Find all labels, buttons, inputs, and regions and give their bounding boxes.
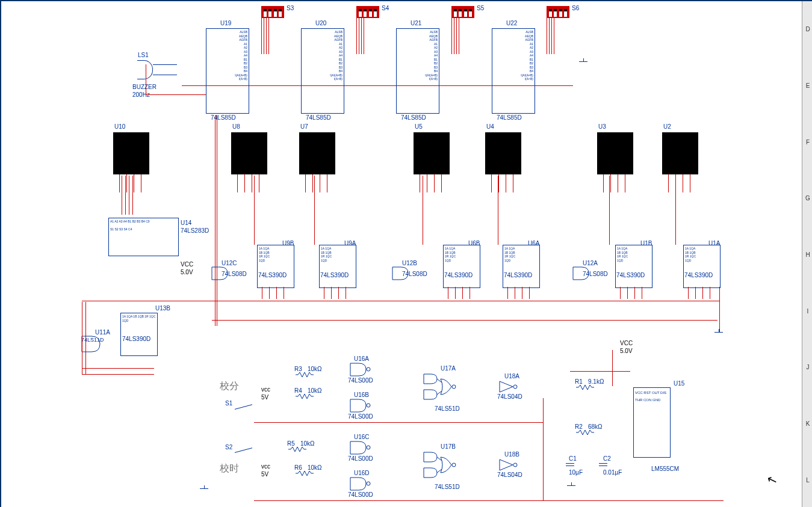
resistor-value: 68kΩ [588, 423, 603, 430]
comparator-id: U22 [506, 20, 517, 26]
vcc-label: VCC [181, 261, 193, 268]
seven-segment-display[interactable] [662, 132, 698, 174]
nand-gate-part: 74LS00D [348, 455, 373, 462]
nand-gate-part: 74LS00D [348, 377, 373, 384]
u15-body[interactable]: VCC RST OUT DIS THR CON GND [633, 387, 671, 458]
inverter-part: 74LS04D [497, 472, 522, 478]
buzzer-symbol[interactable] [137, 60, 153, 79]
u13b-body[interactable]: 1A 1QA 1B 1QB 1R 1QC 1QD [120, 313, 158, 356]
resistor-id: R1 [575, 378, 583, 385]
dip-switch[interactable] [547, 6, 569, 18]
resistor-symbol[interactable] [296, 394, 314, 399]
inverter-id: U18B [504, 451, 519, 458]
and-gate-part: 74LS08D [583, 271, 608, 277]
and-gate-part: 74LS08D [222, 271, 247, 277]
seven-segment-display[interactable] [485, 132, 521, 174]
s2-id: S2 [225, 444, 232, 450]
counter-body[interactable]: 1A 1QA1B 1QB1R 1QC 1QD [443, 245, 480, 288]
svg-point-4 [452, 385, 456, 389]
s2-symbol[interactable] [235, 447, 252, 453]
seven-segment-display[interactable] [414, 132, 450, 174]
seven-segment-display[interactable] [597, 132, 633, 174]
u11a-part: 74LS11D [81, 337, 104, 343]
nand-gate-id: U16D [354, 470, 370, 476]
counter-body[interactable]: 1A 1QA1B 1QB1R 1QC 1QD [257, 245, 294, 288]
mouse-cursor-icon: ↖ [764, 472, 779, 488]
c2-id: C2 [603, 455, 611, 462]
inverter-gate[interactable] [498, 380, 522, 395]
counter-body[interactable]: 1A 1QA1B 1QB1R 1QC 1QD [615, 245, 652, 288]
dip-switch[interactable] [356, 6, 379, 18]
dip-switch[interactable] [451, 6, 474, 18]
buzzer-part: BUZZER [132, 84, 157, 90]
gnd-icon [579, 58, 587, 64]
seven-segment-display[interactable] [113, 132, 149, 174]
aoi-gate-part: 74LS51D [435, 405, 460, 412]
display-id: U7 [300, 123, 308, 130]
counter-part: 74LS390D [444, 272, 473, 278]
svg-point-0 [367, 367, 370, 371]
s1-symbol[interactable] [235, 404, 252, 410]
c1-symbol[interactable] [566, 463, 574, 464]
nand-gate[interactable] [349, 398, 367, 413]
resistor-id: R6 [294, 464, 302, 471]
vcc-label: vcc [261, 386, 270, 393]
resistor-symbol[interactable] [296, 372, 314, 377]
counter-body[interactable]: 1A 1QA1B 1QB1R 1QC 1QD [319, 245, 356, 288]
dip-switch-id: S5 [477, 5, 484, 11]
s1-id: S1 [225, 400, 232, 407]
comparator-body[interactable]: ALSBAEQBAGFBA1A2A3A4B1B2B3B4I(AI(A=B)I(A… [396, 28, 439, 114]
u13b-part: 74LS390D [122, 336, 150, 342]
label-jiaofen: 校分 [220, 380, 239, 393]
resistor-id: R5 [287, 440, 295, 447]
comparator-id: U21 [411, 20, 421, 26]
and-gate-part: 74LS08D [402, 271, 427, 277]
c2-symbol[interactable] [599, 463, 607, 464]
comparator-body[interactable]: ALSBAEQBAGFBA1A2A3A4B1B2B3B4I(AI(A=B)I(A… [492, 28, 535, 114]
nand-gate[interactable] [349, 476, 367, 491]
aoi-gate[interactable] [423, 451, 477, 482]
counter-part: 74LS390D [504, 272, 532, 278]
counter-part: 74LS390D [320, 272, 349, 278]
inverter-id: U18A [504, 373, 519, 379]
comparator-body[interactable]: ALSBAEQBAGFBA1A2A3A4B1B2B3B4I(AI(A=B)I(A… [206, 28, 249, 114]
vcc-value: 5V [261, 471, 268, 478]
counter-part: 74LS390D [684, 272, 713, 278]
schematic-canvas[interactable]: DEF GHI JKL LS1 BUZZER 200Hz U14 74LS283… [0, 0, 812, 507]
vcc-label: vcc [261, 463, 270, 470]
resistor-id: R4 [294, 387, 302, 394]
aoi-gate[interactable] [423, 373, 477, 404]
counter-body[interactable]: 1A 1QA1B 1QB1R 1QC 1QD [503, 245, 540, 288]
resistor-id: R3 [294, 366, 302, 372]
comparator-part: 74LS85D [497, 114, 522, 121]
dip-switch[interactable] [261, 6, 284, 18]
resistor-value: 10kΩ [308, 366, 322, 372]
counter-part: 74LS390D [616, 272, 645, 278]
svg-point-3 [367, 482, 370, 485]
nand-gate[interactable] [349, 362, 367, 377]
resistor-symbol[interactable] [576, 430, 594, 435]
resistor-value: 10kΩ [308, 387, 322, 394]
resistor-symbol[interactable] [296, 471, 314, 476]
seven-segment-display[interactable] [299, 132, 335, 174]
seven-segment-display[interactable] [231, 132, 267, 174]
aoi-gate-part: 74LS51D [435, 484, 460, 490]
resistor-value: 9.1kΩ [588, 378, 604, 385]
counter-body[interactable]: 1A 1QA1B 1QB1R 1QC 1QD [683, 245, 721, 288]
vcc-value: 5V [261, 394, 268, 401]
inverter-part: 74LS04D [497, 393, 522, 400]
svg-point-11 [513, 463, 517, 467]
c2-val: 0.01µF [603, 469, 622, 476]
resistor-symbol[interactable] [576, 385, 594, 390]
nand-gate[interactable] [349, 440, 367, 455]
inverter-gate[interactable] [498, 458, 522, 473]
dip-switch-id: S6 [572, 5, 579, 11]
display-id: U4 [486, 123, 494, 130]
display-id: U3 [598, 123, 606, 130]
comparator-body[interactable]: ALSBAEQBAGFBA1A2A3A4B1B2B3B4I(AI(A=B)I(A… [301, 28, 344, 114]
nand-gate-id: U16C [354, 434, 370, 440]
resistor-symbol[interactable] [288, 447, 306, 452]
aoi-gate-id: U17A [441, 365, 456, 372]
resistor-id: R2 [575, 423, 583, 430]
u14-body[interactable]: A1 A2 A3 A4 B1 B2 B3 B4 C0S1 S2 S3 S4 C4 [108, 218, 179, 256]
